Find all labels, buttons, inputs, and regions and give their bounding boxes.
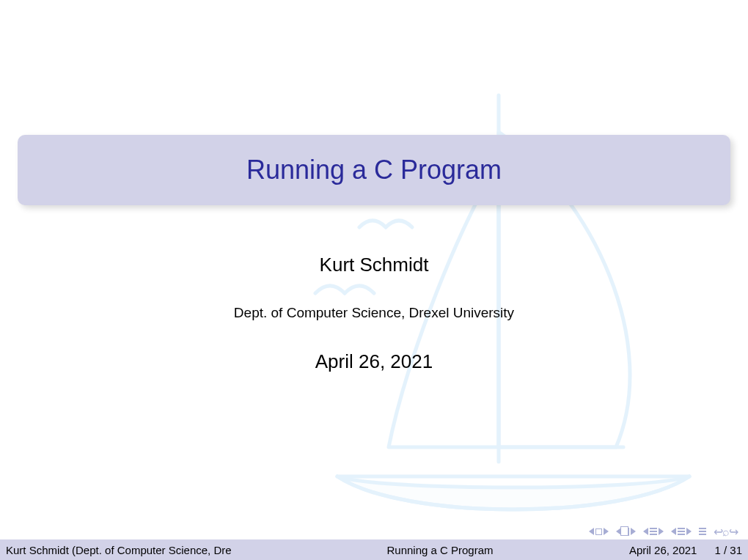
arrow-right-icon — [686, 528, 692, 535]
footer-author: Kurt Schmidt (Dept. of Computer Science,… — [6, 544, 314, 556]
presentation-title: Running a C Program — [246, 155, 502, 185]
arrow-left-icon — [589, 528, 594, 535]
frame-icon — [595, 528, 602, 535]
arrow-right-icon — [604, 528, 609, 535]
footer-title: Running a C Program — [314, 544, 566, 556]
presentation-date: April 26, 2021 — [0, 350, 748, 373]
author-affiliation: Dept. of Computer Science, Drexel Univer… — [0, 305, 748, 321]
arrow-left-icon — [643, 528, 648, 535]
footer-date: April 26, 2021 — [629, 544, 697, 556]
footer-page-number: 1 / 31 — [714, 544, 742, 556]
footer-bar: Kurt Schmidt (Dept. of Computer Science,… — [0, 539, 748, 560]
nav-section-back-forward[interactable] — [643, 528, 664, 535]
arrow-right-icon — [631, 528, 636, 535]
beamer-nav-bar: ↩⌕↪ — [589, 525, 738, 538]
redo-icon: ↪ — [729, 526, 738, 538]
undo-icon: ↩ — [714, 526, 722, 538]
nav-undo-redo[interactable]: ↩⌕↪ — [714, 525, 738, 539]
nav-subsection-back-forward[interactable] — [616, 528, 636, 536]
arrow-right-icon — [659, 528, 664, 535]
bars-icon — [678, 528, 685, 535]
pages-icon — [623, 528, 629, 536]
nav-frame-back-forward[interactable] — [589, 528, 609, 535]
title-block: Running a C Program — [18, 135, 730, 205]
nav-doc-back-forward[interactable] — [671, 528, 692, 535]
arrow-left-icon — [671, 528, 676, 535]
bars-icon — [650, 528, 657, 535]
search-icon: ⌕ — [722, 526, 729, 538]
outline-icon[interactable] — [699, 528, 706, 535]
author-name: Kurt Schmidt — [0, 254, 748, 276]
